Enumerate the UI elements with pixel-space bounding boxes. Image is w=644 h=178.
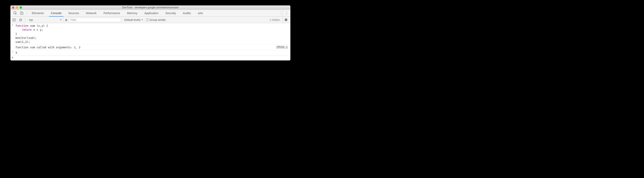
levels-label: Default levels	[124, 18, 140, 22]
console-input-row: function sum (x,y) { return x + y; } mon…	[10, 23, 290, 45]
separator	[26, 11, 27, 15]
execution-context-select[interactable]: top ▼	[27, 18, 64, 22]
tab-console[interactable]: Console	[48, 10, 65, 17]
panel-tabbar: Elements Console Sources Network Perform…	[10, 10, 290, 17]
live-expression-icon[interactable]: ◉	[65, 18, 68, 22]
tab-memory[interactable]: Memory	[124, 10, 141, 17]
close-window-button[interactable]	[12, 6, 14, 9]
console-settings-icon[interactable]	[283, 17, 289, 23]
group-similar-label: Group similar	[150, 18, 166, 22]
tab-axe[interactable]: aXe	[194, 10, 206, 17]
tab-label: Memory	[127, 11, 138, 15]
checkbox-icon: ✓	[146, 19, 149, 21]
svg-line-5	[20, 19, 22, 21]
separator	[25, 18, 25, 22]
tab-elements[interactable]: Elements	[28, 10, 48, 17]
prompt-chevron-icon	[12, 56, 16, 59]
gutter-empty	[12, 45, 16, 46]
tab-label: Elements	[32, 11, 44, 15]
tab-audits[interactable]: Audits	[179, 10, 194, 17]
clear-console-icon[interactable]	[18, 17, 23, 22]
zoom-window-button[interactable]	[20, 6, 22, 9]
console-output: function sum (x,y) { return x + y; } mon…	[10, 23, 290, 60]
spacer	[206, 10, 280, 17]
tab-application[interactable]: Application	[141, 10, 162, 17]
tab-label: Console	[51, 11, 62, 15]
tab-label: Network	[86, 11, 96, 15]
dropdown-triangle-icon: ▼	[141, 19, 143, 21]
more-options-icon[interactable]: ⋮	[283, 10, 290, 17]
tab-label: Sources	[68, 11, 79, 15]
window-controls	[12, 6, 22, 9]
filter-input[interactable]	[69, 18, 121, 22]
console-toolbar: top ▼ ◉ Default levels ▼ ✓ Group similar…	[10, 17, 290, 23]
console-prompt-input[interactable]	[16, 56, 289, 59]
tab-label: Application	[144, 11, 158, 15]
log-message: function sum called with arguments: 1, 2	[16, 45, 276, 49]
inspect-element-icon[interactable]	[12, 10, 18, 17]
tab-label: Audits	[183, 11, 191, 15]
log-source-link[interactable]: VM580:2	[276, 45, 288, 49]
devtools-window: DevTools - developers.google.com/web/sho…	[10, 6, 290, 60]
hidden-messages-count[interactable]: 1 hidden	[270, 18, 281, 22]
console-return-row: 3	[10, 50, 290, 56]
input-chevron-icon	[12, 24, 16, 26]
tab-label: Performance	[104, 11, 120, 15]
dropdown-triangle-icon: ▼	[60, 19, 62, 21]
tab-network[interactable]: Network	[82, 10, 100, 17]
tab-security[interactable]: Security	[162, 10, 179, 17]
return-number: 3	[16, 51, 17, 54]
titlebar: DevTools - developers.google.com/web/sho…	[10, 6, 290, 10]
svg-point-6	[13, 52, 14, 52]
panel-tabs: Elements Console Sources Network Perform…	[28, 10, 206, 17]
device-toolbar-icon[interactable]	[18, 10, 25, 17]
tab-sources[interactable]: Sources	[65, 10, 82, 17]
group-similar-toggle[interactable]: ✓ Group similar	[146, 18, 166, 22]
console-log-row: function sum called with arguments: 1, 2…	[10, 45, 290, 50]
tab-performance[interactable]: Performance	[100, 10, 124, 17]
console-prompt-row[interactable]	[10, 56, 290, 60]
toggle-sidebar-icon[interactable]	[12, 17, 16, 22]
svg-rect-2	[22, 12, 23, 15]
minimize-window-button[interactable]	[16, 6, 18, 9]
console-input-code: function sum (x,y) { return x + y; } mon…	[16, 24, 288, 44]
window-title: DevTools - developers.google.com/web/sho…	[10, 6, 290, 9]
return-chevron-icon	[12, 51, 16, 53]
return-value: 3	[16, 51, 288, 55]
context-label: top	[29, 18, 33, 22]
log-levels-select[interactable]: Default levels ▼	[123, 18, 144, 22]
tab-label: Security	[166, 11, 176, 15]
tab-label: aXe	[198, 11, 203, 15]
